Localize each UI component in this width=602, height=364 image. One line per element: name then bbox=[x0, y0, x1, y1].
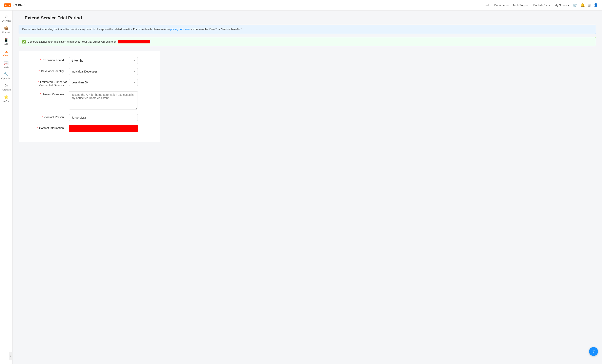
sidebar-item-product[interactable]: 📦 Product bbox=[0, 24, 12, 36]
sidebar-item-operation[interactable]: 🔧 Operation bbox=[0, 70, 12, 82]
info-banner: Please note that extending the tria edit… bbox=[19, 25, 596, 34]
contact-person-field bbox=[69, 114, 138, 121]
sidebar-item-label: Product bbox=[2, 31, 10, 33]
success-banner-text: Congratulations! Your application is app… bbox=[28, 40, 116, 43]
devices-select[interactable]: Less than 50 50~500 500~5000 More than 5… bbox=[69, 79, 138, 86]
required-mark: * bbox=[37, 127, 38, 130]
brand-area: tuya IoT Platform bbox=[4, 3, 30, 7]
contact-person-input[interactable] bbox=[69, 114, 138, 121]
developer-identity-field: Individual Developer Enterprise Develope… bbox=[69, 68, 138, 75]
sidebar-item-label: VAS ↗ bbox=[3, 100, 10, 103]
required-mark: * bbox=[40, 59, 41, 62]
back-button[interactable]: ← bbox=[19, 16, 22, 20]
main-content: ← Extend Service Trial Period Please not… bbox=[12, 11, 602, 364]
project-overview-textarea[interactable] bbox=[69, 91, 138, 109]
chevron-down-icon: ▾ bbox=[568, 4, 569, 7]
contact-person-row: * Contact Person： bbox=[25, 114, 154, 121]
platform-name: IoT Platform bbox=[13, 3, 31, 7]
devices-row: * Estimated Number of Connected Devices：… bbox=[25, 79, 154, 87]
data-icon: 📈 bbox=[4, 61, 9, 65]
pricing-document-link[interactable]: pricing document bbox=[170, 28, 190, 31]
contact-information-redacted bbox=[69, 125, 138, 132]
sidebar-collapse-button[interactable]: › bbox=[9, 352, 12, 360]
sidebar-item-vas[interactable]: ⭐ VAS ↗ bbox=[0, 93, 12, 105]
extension-period-field: 6 Months 3 Months 1 Month bbox=[69, 57, 138, 64]
project-overview-row: * Project Overview： bbox=[25, 91, 154, 110]
sidebar-item-label: Overview bbox=[2, 20, 11, 22]
sidebar-item-label: App bbox=[4, 43, 8, 45]
help-link[interactable]: Help bbox=[484, 4, 490, 7]
contact-person-label: * Contact Person： bbox=[25, 114, 69, 119]
notification-icon[interactable]: 🔔 bbox=[580, 3, 585, 8]
sidebar-item-app[interactable]: 📱 App bbox=[0, 36, 12, 47]
developer-identity-label: * Developer Identity： bbox=[25, 68, 69, 73]
page-header: ← Extend Service Trial Period bbox=[19, 15, 596, 21]
info-banner-text-after: and review the 'Free Trial Version' bene… bbox=[190, 28, 242, 31]
tech-support-link[interactable]: Tech Support bbox=[513, 4, 529, 7]
info-banner-text-before: Please note that extending the tria edit… bbox=[22, 28, 170, 31]
success-banner: ✅ Congratulations! Your application is a… bbox=[19, 37, 596, 46]
required-mark: * bbox=[42, 116, 43, 119]
chevron-down-icon: ▾ bbox=[549, 4, 550, 7]
cloud-icon: ☁ bbox=[4, 49, 8, 54]
project-overview-field bbox=[69, 91, 138, 110]
project-overview-label: * Project Overview： bbox=[25, 91, 69, 96]
sidebar-item-label: Cloud bbox=[3, 54, 9, 57]
sidebar-item-cloud[interactable]: ☁ Cloud bbox=[0, 47, 12, 59]
sidebar-collapse: › bbox=[0, 352, 12, 360]
page-title: Extend Service Trial Period bbox=[25, 15, 82, 21]
sidebar-item-label: Operation bbox=[1, 77, 11, 80]
required-mark: * bbox=[39, 69, 40, 73]
tuya-logo-icon: tuya bbox=[4, 3, 11, 7]
sidebar-item-label: Data bbox=[4, 66, 9, 68]
sidebar-item-purchase[interactable]: 🛍 Purchase bbox=[0, 82, 12, 93]
developer-identity-row: * Developer Identity： Individual Develop… bbox=[25, 68, 154, 75]
nav-icon-group: 🛒 🔔 ⊞ 👤 bbox=[573, 3, 598, 8]
expiry-date-redacted bbox=[118, 40, 150, 43]
form-container: * Extension Period： 6 Months 3 Months 1 … bbox=[19, 51, 160, 142]
help-fab-button[interactable]: ? bbox=[589, 347, 598, 356]
operation-icon: 🔧 bbox=[4, 72, 9, 76]
top-nav-right: Help Documents Tech Support English(EN) … bbox=[484, 3, 598, 8]
product-icon: 📦 bbox=[4, 26, 9, 31]
app-icon: 📱 bbox=[4, 38, 9, 42]
devices-field: Less than 50 50~500 500~5000 More than 5… bbox=[69, 79, 138, 86]
purchase-icon: 🛍 bbox=[4, 84, 8, 88]
my-space-menu[interactable]: My Space ▾ bbox=[555, 4, 569, 7]
vas-icon: ⭐ bbox=[4, 95, 9, 99]
sidebar-item-label: Purchase bbox=[1, 88, 11, 91]
documents-link[interactable]: Documents bbox=[494, 4, 509, 7]
language-selector[interactable]: English(EN) ▾ bbox=[533, 4, 550, 7]
sidebar-item-data[interactable]: 📈 Data bbox=[0, 59, 12, 70]
required-mark: * bbox=[38, 80, 39, 84]
extension-period-label: * Extension Period： bbox=[25, 57, 69, 62]
success-check-icon: ✅ bbox=[22, 40, 26, 44]
top-navigation: tuya IoT Platform Help Documents Tech Su… bbox=[0, 0, 602, 11]
sidebar: ⊙ Overview 📦 Product 📱 App ☁ Cloud 📈 Dat… bbox=[0, 11, 12, 364]
question-mark-icon: ? bbox=[592, 349, 594, 354]
extension-period-row: * Extension Period： 6 Months 3 Months 1 … bbox=[25, 57, 154, 64]
sidebar-item-overview[interactable]: ⊙ Overview bbox=[0, 12, 12, 24]
tuya-logo[interactable]: tuya IoT Platform bbox=[4, 3, 30, 7]
overview-icon: ⊙ bbox=[5, 15, 8, 19]
contact-information-field bbox=[69, 125, 138, 132]
developer-identity-select[interactable]: Individual Developer Enterprise Develope… bbox=[69, 68, 138, 75]
user-profile-icon[interactable]: 👤 bbox=[593, 3, 598, 8]
cart-icon[interactable]: 🛒 bbox=[573, 3, 578, 8]
contact-information-label: * Contact Information： bbox=[25, 125, 69, 130]
devices-label: * Estimated Number of Connected Devices： bbox=[25, 79, 69, 87]
apps-grid-icon[interactable]: ⊞ bbox=[588, 3, 591, 8]
extension-period-select[interactable]: 6 Months 3 Months 1 Month bbox=[69, 57, 138, 64]
required-mark: * bbox=[40, 93, 41, 96]
contact-information-row: * Contact Information： bbox=[25, 125, 154, 132]
